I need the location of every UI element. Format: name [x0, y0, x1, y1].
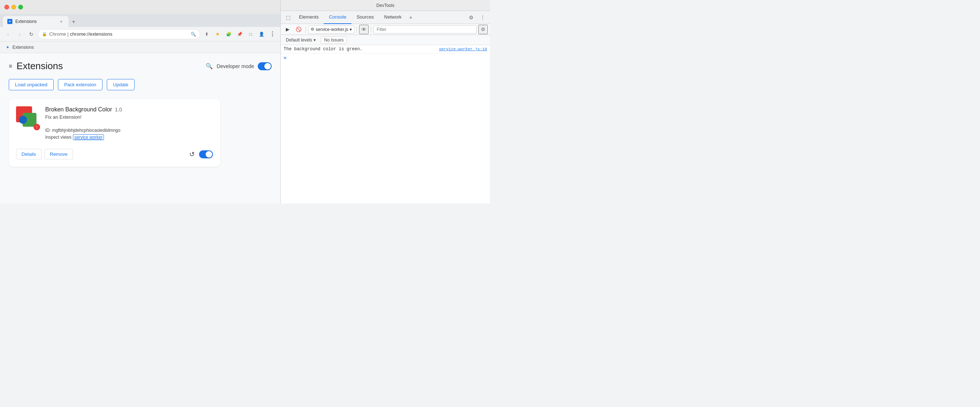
extension-inspect-views: Inspect views service worker	[45, 134, 213, 140]
pin-button[interactable]: 📌	[234, 29, 245, 39]
console-stop-button[interactable]: 🚫	[294, 25, 303, 34]
reload-button[interactable]: ↻	[26, 29, 37, 39]
extension-description: Fix an Extension!	[45, 114, 213, 120]
maximize-traffic-light[interactable]	[18, 5, 23, 10]
extension-error-badge: !	[33, 124, 40, 130]
default-levels-button[interactable]: Default levels ▾	[284, 37, 318, 43]
service-worker-link[interactable]: service worker	[73, 134, 104, 140]
action-buttons-area: Load unpacked Pack extension Update	[9, 79, 272, 90]
extension-icon-bg	[16, 106, 37, 127]
extension-id-label: ID:	[45, 128, 51, 133]
source-dropdown-icon: ▾	[350, 27, 352, 32]
no-issues-button[interactable]: No Issues	[321, 36, 347, 44]
nav-icons-area: ⬆ ★ 🧩 📌 □ 👤 ⋮	[202, 29, 277, 39]
tab-console[interactable]: Console	[324, 11, 352, 24]
tab-bar: ✦ Extensions × +	[0, 14, 280, 27]
page-search-icon[interactable]: 🔍	[205, 63, 213, 70]
page-header: ≡ Extensions 🔍 Developer mode	[9, 60, 272, 72]
devtools-settings-button[interactable]: ⚙	[465, 12, 477, 23]
extension-name-row: Broken Background Color 1.0	[45, 106, 213, 113]
address-protocol: Chrome |	[49, 31, 70, 37]
console-log-source[interactable]: service-worker.js:19	[439, 47, 487, 51]
devtools-tab-bar: ⬚ Elements Console Sources Network » ⚙ ⋮	[281, 11, 490, 24]
console-log-text: The background color is green.	[284, 47, 436, 52]
tab-more-button[interactable]: »	[407, 11, 415, 24]
extension-name: Broken Background Color	[45, 106, 112, 113]
extension-action-buttons: Details Remove	[16, 149, 73, 160]
console-caret: >	[284, 55, 286, 60]
address-bar[interactable]: 🔒 Chrome | chrome://extensions 🔍	[38, 29, 200, 39]
browser-menu-button[interactable]: ⋮	[267, 29, 277, 39]
toolbar-divider-3	[371, 26, 371, 33]
load-unpacked-button[interactable]: Load unpacked	[9, 79, 54, 90]
tab-sources[interactable]: Sources	[352, 11, 379, 24]
extensions-button[interactable]: 🧩	[223, 29, 234, 39]
extensions-page-content: ≡ Extensions 🔍 Developer mode Load unpac…	[0, 53, 280, 204]
inspect-views-label: Inspect views	[45, 135, 72, 140]
developer-mode-label: Developer mode	[216, 63, 254, 69]
levels-dropdown-icon: ▾	[313, 38, 316, 43]
devtools-title-label: DevTools	[376, 3, 394, 8]
extension-id-value: mgfbhjnibhjdehcphiocaoiediidmngo	[52, 128, 120, 133]
console-filter-input[interactable]	[373, 25, 477, 33]
devtools-inspect-button[interactable]: ⬚	[282, 12, 294, 23]
console-eye-button[interactable]: 👁	[359, 25, 369, 34]
back-button[interactable]: ‹	[3, 29, 13, 39]
extension-card-top: ! Broken Background Color 1.0 Fix an Ext…	[16, 106, 213, 140]
forward-button[interactable]: ›	[14, 29, 25, 39]
tab-favicon: ✦	[7, 19, 13, 24]
remove-button[interactable]: Remove	[45, 149, 73, 160]
source-label: service-worker.js	[316, 27, 348, 32]
toolbar-divider	[305, 26, 306, 33]
extension-enable-toggle[interactable]	[199, 150, 213, 158]
toolbar-divider-2	[356, 26, 357, 33]
ext-icon-blue-circle	[19, 116, 27, 124]
minimize-traffic-light[interactable]	[11, 5, 16, 10]
devtools-levels-bar: Default levels ▾ No Issues	[281, 35, 490, 45]
extension-version: 1.0	[115, 107, 122, 112]
extension-icon: !	[16, 106, 40, 130]
address-path: chrome://extensions	[70, 31, 112, 37]
close-traffic-light[interactable]	[5, 5, 9, 10]
console-log-line: The background color is green. service-w…	[281, 45, 490, 54]
new-tab-button[interactable]: +	[68, 17, 79, 27]
devtools-window: DevTools ⬚ Elements Console Sources Netw…	[281, 0, 490, 204]
page-title: Extensions	[16, 60, 63, 72]
breadcrumb-label: Extensions	[13, 45, 34, 50]
sidebar-toggle-button[interactable]: ≡	[9, 63, 12, 70]
address-text: Chrome | chrome://extensions	[49, 31, 188, 37]
tab-close-button[interactable]: ×	[58, 19, 64, 24]
reload-extension-icon[interactable]: ↺	[189, 150, 195, 158]
devtools-console-toolbar: ▶ 🚫 ⚙ service-worker.js ▾ 👁 ⚙	[281, 24, 490, 35]
console-clear-button[interactable]: ▶	[283, 25, 293, 34]
layout-button[interactable]: □	[245, 29, 256, 39]
console-settings-button[interactable]: ⚙	[478, 25, 488, 34]
address-lock-icon: 🔒	[42, 32, 47, 36]
source-gear-icon: ⚙	[310, 27, 314, 32]
developer-mode-toggle[interactable]	[258, 62, 272, 70]
update-button[interactable]: Update	[107, 79, 135, 90]
breadcrumb-icon: ✦	[6, 45, 10, 50]
browser-tab-extensions[interactable]: ✦ Extensions ×	[3, 16, 68, 27]
profile-button[interactable]: 👤	[256, 29, 267, 39]
share-button[interactable]: ⬆	[202, 29, 212, 39]
navigation-bar: ‹ › ↻ 🔒 Chrome | chrome://extensions 🔍 ⬆…	[0, 27, 280, 41]
tab-elements[interactable]: Elements	[294, 11, 324, 24]
devtools-title-bar: DevTools	[281, 0, 490, 11]
tab-title: Extensions	[15, 19, 56, 24]
source-context-selector[interactable]: ⚙ service-worker.js ▾	[308, 25, 355, 33]
tab-network[interactable]: Network	[379, 11, 407, 24]
traffic-lights	[5, 5, 23, 10]
bookmark-button[interactable]: ★	[213, 29, 223, 39]
console-prompt-line[interactable]: >	[281, 54, 490, 62]
extension-id: ID: mgfbhjnibhjdehcphiocaoiediidmngo	[45, 128, 213, 133]
extension-card-bottom: Details Remove ↺	[16, 146, 213, 160]
console-output-area: The background color is green. service-w…	[281, 45, 490, 204]
details-button[interactable]: Details	[16, 149, 41, 160]
breadcrumb: ✦ Extensions	[0, 41, 280, 53]
devtools-more-menu-button[interactable]: ⋮	[477, 12, 488, 23]
developer-mode-area: 🔍 Developer mode	[205, 62, 272, 70]
page-title-area: ≡ Extensions	[9, 60, 63, 72]
title-bar	[0, 0, 280, 14]
pack-extension-button[interactable]: Pack extension	[58, 79, 102, 90]
